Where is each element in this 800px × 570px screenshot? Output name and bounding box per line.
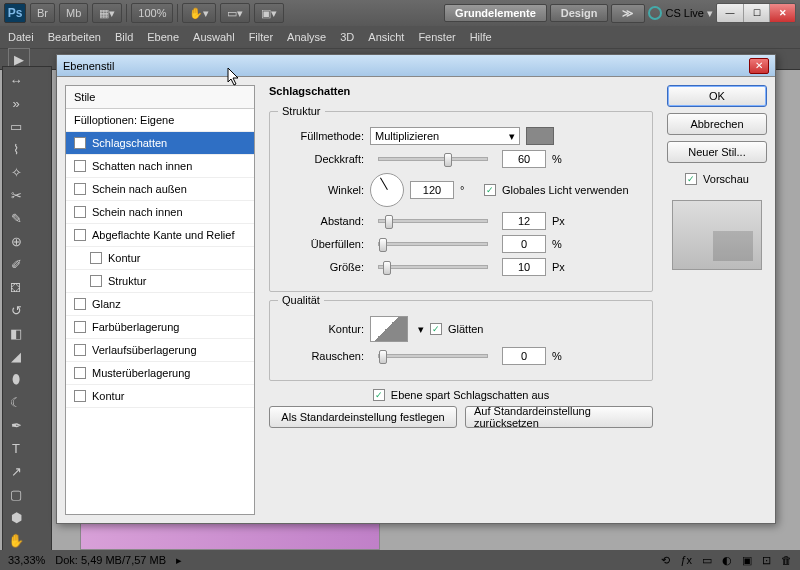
- style-item-0[interactable]: ✓Schlagschatten: [66, 132, 254, 155]
- menu-auswahl[interactable]: Auswahl: [193, 31, 235, 43]
- eyedropper-tool[interactable]: ✎: [5, 207, 27, 229]
- distance-input[interactable]: [502, 212, 546, 230]
- dialog-titlebar[interactable]: Ebenenstil ✕: [57, 55, 775, 77]
- style-checkbox[interactable]: [74, 321, 86, 333]
- shadow-color-swatch[interactable]: [526, 127, 554, 145]
- style-checkbox[interactable]: [74, 160, 86, 172]
- style-item-7[interactable]: Glanz: [66, 293, 254, 316]
- contour-picker[interactable]: [370, 316, 408, 342]
- blend-options-item[interactable]: Fülloptionen: Eigene: [66, 109, 254, 132]
- gradient-tool[interactable]: ◢: [5, 345, 27, 367]
- style-checkbox[interactable]: [74, 367, 86, 379]
- new-style-button[interactable]: Neuer Stil...: [667, 141, 767, 163]
- status-icon[interactable]: ▭: [702, 554, 712, 567]
- appbar-btn-hand[interactable]: ✋▾: [182, 3, 216, 23]
- cslive-menu[interactable]: CS Live ▾: [648, 6, 713, 20]
- type-tool[interactable]: T: [5, 437, 27, 459]
- status-icon[interactable]: ƒx: [680, 554, 692, 566]
- stamp-tool[interactable]: ⛋: [5, 276, 27, 298]
- eraser-tool[interactable]: ◧: [5, 322, 27, 344]
- blendmode-select[interactable]: Multiplizieren▾: [370, 127, 520, 145]
- shape-tool[interactable]: ▢: [5, 483, 27, 505]
- pen-tool[interactable]: ✒: [5, 414, 27, 436]
- menu-filter[interactable]: Filter: [249, 31, 273, 43]
- style-item-3[interactable]: Schein nach innen: [66, 201, 254, 224]
- angle-input[interactable]: [410, 181, 454, 199]
- style-item-4[interactable]: Abgeflachte Kante und Relief: [66, 224, 254, 247]
- style-item-11[interactable]: Kontur: [66, 385, 254, 408]
- global-light-checkbox[interactable]: ✓: [484, 184, 496, 196]
- noise-slider[interactable]: [378, 354, 488, 358]
- preview-checkbox[interactable]: ✓: [685, 173, 697, 185]
- path-tool[interactable]: ↗: [5, 460, 27, 482]
- style-item-8[interactable]: Farbüberlagerung: [66, 316, 254, 339]
- set-default-button[interactable]: Als Standardeinstellung festlegen: [269, 406, 457, 428]
- style-item-9[interactable]: Verlaufsüberlagerung: [66, 339, 254, 362]
- cancel-button[interactable]: Abbrechen: [667, 113, 767, 135]
- workspace-grundelemente[interactable]: Grundelemente: [444, 4, 547, 22]
- style-checkbox[interactable]: [90, 252, 102, 264]
- style-checkbox[interactable]: [74, 229, 86, 241]
- move-tool[interactable]: ↔: [5, 69, 27, 91]
- style-checkbox[interactable]: [74, 206, 86, 218]
- size-slider[interactable]: [378, 265, 488, 269]
- style-item-5[interactable]: Kontur: [66, 247, 254, 270]
- style-checkbox[interactable]: [90, 275, 102, 287]
- menu-analyse[interactable]: Analyse: [287, 31, 326, 43]
- status-icon[interactable]: 🗑: [781, 554, 792, 566]
- noise-input[interactable]: [502, 347, 546, 365]
- heal-tool[interactable]: ⊕: [5, 230, 27, 252]
- appbar-btn-grid[interactable]: ▦▾: [92, 3, 122, 23]
- wand-tool[interactable]: ✧: [5, 161, 27, 183]
- dodge-tool[interactable]: ☾: [5, 391, 27, 413]
- opacity-input[interactable]: [502, 150, 546, 168]
- marquee-tool[interactable]: ▭: [5, 115, 27, 137]
- blur-tool[interactable]: ⬮: [5, 368, 27, 390]
- lasso-tool[interactable]: ⌇: [5, 138, 27, 160]
- status-icon[interactable]: ◐: [722, 554, 732, 567]
- appbar-btn-arrange[interactable]: ▭▾: [220, 3, 250, 23]
- style-checkbox[interactable]: [74, 298, 86, 310]
- 3d-tool[interactable]: ⬢: [5, 506, 27, 528]
- antialias-checkbox[interactable]: ✓: [430, 323, 442, 335]
- appbar-btn-screen[interactable]: ▣▾: [254, 3, 284, 23]
- opacity-slider[interactable]: [378, 157, 488, 161]
- status-icon[interactable]: ⟲: [661, 554, 670, 567]
- menu-3d[interactable]: 3D: [340, 31, 354, 43]
- history-brush-tool[interactable]: ↺: [5, 299, 27, 321]
- status-doc[interactable]: Dok: 5,49 MB/7,57 MB: [55, 554, 166, 566]
- menu-bild[interactable]: Bild: [115, 31, 133, 43]
- workspace-design[interactable]: Design: [550, 4, 609, 22]
- appbar-btn-mb[interactable]: Mb: [59, 3, 88, 23]
- spread-slider[interactable]: [378, 242, 488, 246]
- close-button[interactable]: ✕: [769, 4, 795, 22]
- zoom-level[interactable]: 100%: [131, 3, 173, 23]
- style-checkbox[interactable]: [74, 390, 86, 402]
- style-item-2[interactable]: Schein nach außen: [66, 178, 254, 201]
- menu-hilfe[interactable]: Hilfe: [470, 31, 492, 43]
- crop-tool[interactable]: ✂: [5, 184, 27, 206]
- distance-slider[interactable]: [378, 219, 488, 223]
- style-item-6[interactable]: Struktur: [66, 270, 254, 293]
- style-item-1[interactable]: Schatten nach innen: [66, 155, 254, 178]
- reset-default-button[interactable]: Auf Standardeinstellung zurücksetzen: [465, 406, 653, 428]
- style-checkbox[interactable]: ✓: [74, 137, 86, 149]
- ok-button[interactable]: OK: [667, 85, 767, 107]
- style-checkbox[interactable]: [74, 344, 86, 356]
- status-icon[interactable]: ⊡: [762, 554, 771, 567]
- hand-tool[interactable]: ✋: [5, 529, 27, 551]
- size-input[interactable]: [502, 258, 546, 276]
- status-zoom[interactable]: 33,33%: [8, 554, 45, 566]
- status-icon[interactable]: ▣: [742, 554, 752, 567]
- knockout-checkbox[interactable]: ✓: [373, 389, 385, 401]
- style-item-10[interactable]: Musterüberlagerung: [66, 362, 254, 385]
- dialog-close-button[interactable]: ✕: [749, 58, 769, 74]
- minimize-button[interactable]: —: [717, 4, 743, 22]
- appbar-btn-br[interactable]: Br: [30, 3, 55, 23]
- menu-ansicht[interactable]: Ansicht: [368, 31, 404, 43]
- menu-ebene[interactable]: Ebene: [147, 31, 179, 43]
- brush-tool[interactable]: ✐: [5, 253, 27, 275]
- menu-bearbeiten[interactable]: Bearbeiten: [48, 31, 101, 43]
- style-checkbox[interactable]: [74, 183, 86, 195]
- spread-input[interactable]: [502, 235, 546, 253]
